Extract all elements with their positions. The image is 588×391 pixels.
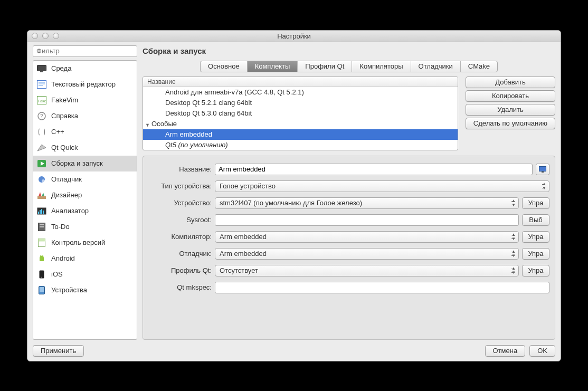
sidebar-item-label: Дизайнер xyxy=(51,191,82,199)
svg-rect-14 xyxy=(37,196,46,199)
designer-icon xyxy=(36,190,47,201)
build-run-icon xyxy=(36,158,47,169)
svg-rect-33 xyxy=(542,171,544,173)
clone-kit-button[interactable]: Копировать xyxy=(466,90,555,102)
page-title: Сборка и запуск xyxy=(143,46,555,55)
compiler-manage-button[interactable]: Упра xyxy=(522,231,549,243)
apply-button[interactable]: Применить xyxy=(33,345,84,357)
svg-rect-32 xyxy=(539,166,546,171)
svg-point-29 xyxy=(41,276,42,278)
sidebar-item-text-editor[interactable]: Текстовый редактор xyxy=(33,77,137,92)
sidebar-item-analyzer[interactable]: Анализатор xyxy=(33,203,137,219)
preferences-window: Настройки Среда xyxy=(27,30,561,361)
sidebar-item-label: Сборка и запуск xyxy=(51,159,103,167)
tab-general[interactable]: Основное xyxy=(201,61,248,72)
name-label: Название: xyxy=(148,165,212,173)
kit-row-selected[interactable]: Arm embedded xyxy=(143,129,458,140)
sidebar-item-label: Qt Quick xyxy=(51,144,78,151)
name-input[interactable] xyxy=(215,164,533,175)
sidebar-item-environment[interactable]: Среда xyxy=(33,61,137,77)
sidebar-item-help[interactable]: ? Справка xyxy=(33,108,137,124)
analyzer-icon xyxy=(36,206,47,216)
device-select[interactable]: stm32f407 (по умолчанию для Голое железо… xyxy=(215,197,519,209)
tab-debuggers[interactable]: Отладчики xyxy=(411,61,461,72)
sidebar-item-todo[interactable]: To-Do xyxy=(33,219,137,235)
tab-compilers[interactable]: Компиляторы xyxy=(352,61,411,72)
sidebar-item-qtquick[interactable]: Qt Quick xyxy=(33,140,137,156)
monitor-icon xyxy=(36,63,47,74)
kits-list-header: Название xyxy=(143,77,458,87)
window-title: Настройки xyxy=(27,32,561,40)
sidebar-item-label: Справка xyxy=(51,112,78,120)
make-default-kit-button[interactable]: Сделать по умолчанию xyxy=(466,118,555,129)
kit-row-default[interactable]: Qt5 (по умолчанию) xyxy=(143,140,458,150)
svg-rect-31 xyxy=(40,287,44,292)
mkspec-input[interactable] xyxy=(215,282,549,293)
compiler-select[interactable]: Arm embedded ▲▼ xyxy=(215,231,519,243)
debugger-icon xyxy=(36,174,47,185)
sidebar-item-version-control[interactable]: Контроль версий xyxy=(33,235,137,251)
tab-qt-versions[interactable]: Профили Qt xyxy=(298,61,352,72)
sidebar-item-cpp[interactable]: C++ xyxy=(33,124,137,140)
ios-icon xyxy=(36,269,47,280)
sidebar-item-label: Среда xyxy=(51,64,71,72)
sysroot-input[interactable] xyxy=(215,214,519,226)
sidebar-item-android[interactable]: Android xyxy=(33,251,137,266)
remove-kit-button[interactable]: Удалить xyxy=(466,104,555,116)
sidebar-item-label: C++ xyxy=(51,128,64,136)
tab-kits[interactable]: Комплекты xyxy=(248,61,298,72)
kit-details-panel: Название: Тип устройства: Голое устройст… xyxy=(143,156,555,340)
sidebar-item-label: FakeVim xyxy=(51,96,78,104)
svg-rect-19 xyxy=(43,211,44,214)
device-manage-button[interactable]: Упра xyxy=(522,197,549,209)
svg-rect-1 xyxy=(40,71,43,72)
sidebar-item-label: Android xyxy=(51,254,75,262)
kits-list[interactable]: Название Android для armeabi-v7a (GCC 4.… xyxy=(143,77,458,150)
sysroot-choose-button[interactable]: Выб xyxy=(522,214,549,226)
text-editor-icon xyxy=(36,79,47,90)
kit-row[interactable]: Android для armeabi-v7a (GCC 4.8, Qt 5.2… xyxy=(143,87,458,98)
kit-icon-button[interactable] xyxy=(536,164,549,175)
cancel-button[interactable]: Отмена xyxy=(485,345,526,357)
add-kit-button[interactable]: Добавить xyxy=(466,77,555,88)
svg-rect-25 xyxy=(40,257,44,261)
svg-rect-16 xyxy=(38,212,39,214)
vcs-icon xyxy=(36,237,47,248)
sidebar-item-devices[interactable]: Устройства xyxy=(33,282,137,298)
debugger-label: Отладчик: xyxy=(148,250,212,258)
kit-group[interactable]: Особые xyxy=(143,119,458,129)
kit-row[interactable]: Desktop Qt 5.3.0 clang 64bit xyxy=(143,108,458,119)
svg-rect-21 xyxy=(40,224,44,225)
qtquick-icon xyxy=(36,142,47,153)
help-icon: ? xyxy=(36,111,47,121)
sidebar-item-debugger[interactable]: Отладчик xyxy=(33,171,137,187)
svg-text:?: ? xyxy=(40,113,43,119)
titlebar: Настройки xyxy=(27,31,561,42)
sidebar-item-fakevim[interactable]: Fake FakeVim xyxy=(33,92,137,108)
fakevim-icon: Fake xyxy=(36,95,47,106)
compiler-label: Компилятор: xyxy=(148,233,212,241)
mkspec-label: Qt mkspec: xyxy=(148,283,212,291)
debugger-manage-button[interactable]: Упра xyxy=(522,248,549,260)
svg-rect-22 xyxy=(40,226,44,227)
filter-input[interactable] xyxy=(33,45,137,57)
sysroot-label: Sysroot: xyxy=(148,216,212,224)
sidebar-item-label: Контроль версий xyxy=(51,239,105,246)
qt-profile-manage-button[interactable]: Упра xyxy=(522,265,549,276)
sidebar-item-build-run[interactable]: Сборка и запуск xyxy=(33,156,137,171)
qt-profile-select[interactable]: Отсутствует ▲▼ xyxy=(215,265,519,276)
sidebar-item-ios[interactable]: iOS xyxy=(33,266,137,282)
kit-row[interactable]: Desktop Qt 5.2.1 clang 64bit xyxy=(143,98,458,108)
todo-icon xyxy=(36,222,47,232)
device-label: Устройство: xyxy=(148,199,212,207)
svg-text:Fake: Fake xyxy=(38,99,46,103)
svg-rect-18 xyxy=(41,209,42,214)
sidebar-item-label: Отладчик xyxy=(51,175,82,183)
sidebar-item-label: To-Do xyxy=(51,223,70,231)
svg-point-13 xyxy=(42,179,45,183)
device-type-select[interactable]: Голое устройство ▲▼ xyxy=(215,180,549,192)
ok-button[interactable]: OK xyxy=(529,345,555,357)
sidebar-item-designer[interactable]: Дизайнер xyxy=(33,187,137,203)
tab-cmake[interactable]: CMake xyxy=(461,61,497,72)
debugger-select[interactable]: Arm embedded ▲▼ xyxy=(215,248,519,260)
